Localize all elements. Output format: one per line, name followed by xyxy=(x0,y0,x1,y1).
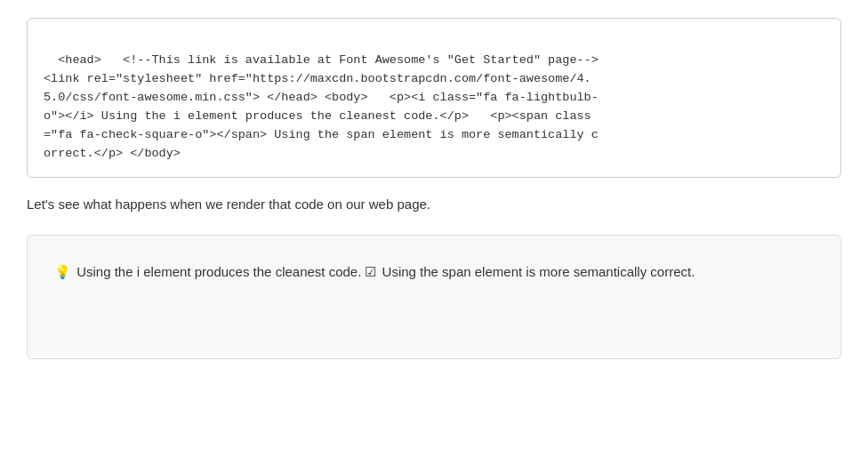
description-text: Let's see what happens when we render th… xyxy=(27,194,841,215)
lightbulb-icon: 💡 xyxy=(54,261,71,284)
checkbox-icon: ☑ xyxy=(365,261,376,284)
render-line1-text: Using the i element produces the cleanes… xyxy=(73,264,361,279)
render-box: 💡 Using the i element produces the clean… xyxy=(27,235,841,359)
render-line2-text: Using the span element is more semantica… xyxy=(378,264,695,279)
code-block: <head> <!--This link is available at Fon… xyxy=(27,18,841,178)
code-content: <head> <!--This link is available at Fon… xyxy=(44,53,599,160)
render-content: 💡 Using the i element produces the clean… xyxy=(54,261,814,284)
